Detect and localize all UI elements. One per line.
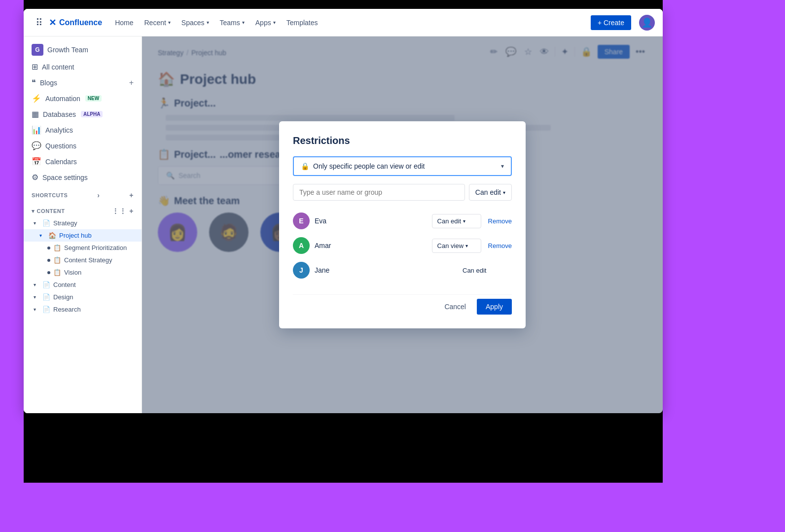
chevron-icon: ▾: [273, 20, 276, 25]
calendars-icon: 📅: [32, 157, 41, 166]
tree-item-vision[interactable]: 📋 Vision: [24, 266, 142, 279]
chevron-down-icon: ▾: [39, 233, 45, 238]
design-tree-icon: 📄: [42, 293, 50, 301]
content-chevron-icon[interactable]: ▾: [32, 208, 35, 214]
restriction-text: Only specific people can view or edit: [313, 162, 425, 170]
tree-item-design[interactable]: ▾ 📄 Design: [24, 291, 142, 303]
nav-home[interactable]: Home: [110, 16, 138, 30]
logo[interactable]: ✕ Confluence: [49, 17, 102, 28]
grid-icon[interactable]: ⠿: [32, 13, 47, 33]
project-hub-icon: 🏠: [48, 232, 56, 239]
sidebar-item-automation[interactable]: ⚡ Automation NEW: [26, 91, 140, 106]
content-label: CONTENT: [37, 208, 65, 214]
cancel-button[interactable]: Cancel: [437, 299, 473, 315]
jane-permission-label: Can edit: [463, 267, 512, 274]
user-name-jane: Jane: [315, 266, 458, 274]
restriction-dropdown[interactable]: 🔒 Only specific people can view or edit …: [293, 156, 512, 176]
chevron-icon: ▾: [242, 20, 245, 25]
chevron-down-icon: ▾: [34, 220, 39, 226]
segment-icon: 📋: [53, 244, 61, 251]
tree-item-project-hub[interactable]: ▾ 🏠 Project hub: [24, 229, 142, 242]
eva-perm-chevron-icon: ▾: [463, 218, 465, 224]
all-content-icon: ⊞: [32, 62, 38, 71]
bullet-icon: [47, 247, 50, 249]
content-strategy-icon: 📋: [53, 256, 61, 264]
chevron-icon: ▾: [34, 282, 39, 287]
user-input[interactable]: [293, 184, 465, 201]
chevron-icon: ▾: [207, 20, 209, 25]
tree-item-research[interactable]: ▾ 📄 Research: [24, 303, 142, 316]
sidebar-item-analytics[interactable]: 📊 Analytics: [26, 122, 140, 138]
user-avatar-jane: J: [293, 262, 310, 279]
user-avatar-amar: A: [293, 237, 310, 254]
content-area: Strategy / Project hub ✏ 💬 ☆ 👁 ✦ 🔒 Share: [142, 36, 663, 413]
tree-item-content-strategy[interactable]: 📋 Content Strategy: [24, 254, 142, 266]
automation-icon: ⚡: [32, 94, 41, 103]
eva-remove-link[interactable]: Remove: [488, 217, 512, 225]
strategy-icon: 📄: [42, 219, 50, 227]
user-input-row: Can edit ▾: [293, 184, 512, 201]
amar-permission-label: Can view: [437, 242, 464, 249]
logo-text: Confluence: [59, 18, 102, 27]
content-add-icon[interactable]: +: [129, 207, 134, 215]
alpha-badge: ALPHA: [81, 111, 103, 117]
nav-apps[interactable]: Apps ▾: [250, 16, 281, 30]
shortcuts-add-icon[interactable]: +: [129, 191, 134, 199]
space-name-label: Growth Team: [47, 46, 88, 54]
user-list: E Eva Can edit ▾ Remove A Amar: [293, 209, 512, 283]
sidebar-item-calendars[interactable]: 📅 Calendars: [26, 154, 140, 169]
permission-chevron-icon: ▾: [503, 190, 505, 195]
default-permission-btn[interactable]: Can edit ▾: [469, 184, 512, 201]
space-icon: G: [32, 44, 43, 56]
content-sort-icon[interactable]: ⋮⋮: [112, 207, 126, 215]
create-button[interactable]: + Create: [591, 15, 631, 30]
user-avatar[interactable]: 👤: [639, 15, 655, 31]
content-tree-icon: 📄: [42, 281, 50, 288]
content-section: ▾ CONTENT ⋮⋮ +: [24, 201, 142, 217]
user-row-eva: E Eva Can edit ▾ Remove: [293, 209, 512, 233]
research-tree-icon: 📄: [42, 306, 50, 313]
sidebar: G Growth Team ⊞ All content ❝ Blogs + ⚡ …: [24, 36, 142, 413]
shortcuts-expand-icon[interactable]: ›: [97, 191, 100, 199]
sidebar-item-all-content[interactable]: ⊞ All content: [26, 59, 140, 74]
analytics-icon: 📊: [32, 125, 41, 135]
sidebar-space-name[interactable]: G Growth Team: [26, 41, 140, 59]
dropdown-chevron-icon: ▾: [501, 163, 504, 170]
modal-actions: Cancel Apply: [293, 294, 512, 315]
vision-icon: 📋: [53, 269, 61, 276]
main-layout: G Growth Team ⊞ All content ❝ Blogs + ⚡ …: [24, 36, 663, 413]
amar-permission-btn[interactable]: Can view ▾: [432, 239, 481, 253]
apply-button[interactable]: Apply: [477, 299, 512, 315]
add-blog-icon[interactable]: +: [129, 78, 134, 87]
sidebar-item-space-settings[interactable]: ⚙ Space settings: [26, 170, 140, 185]
topnav: ⠿ ✕ Confluence Home Recent ▾ Spaces ▾ Te…: [24, 9, 663, 36]
restrictions-modal: Restrictions 🔒 Only specific people can …: [279, 121, 526, 328]
nav-teams[interactable]: Teams ▾: [215, 16, 250, 30]
default-permission-label: Can edit: [475, 188, 501, 196]
amar-perm-chevron-icon: ▾: [465, 243, 468, 248]
user-name-eva: Eva: [315, 217, 427, 225]
sidebar-item-blogs[interactable]: ❝ Blogs +: [26, 75, 140, 90]
nav-spaces[interactable]: Spaces ▾: [177, 16, 214, 30]
nav-templates[interactable]: Templates: [282, 16, 323, 30]
bullet-icon: [47, 259, 50, 262]
eva-permission-label: Can edit: [437, 217, 461, 225]
modal-overlay: Restrictions 🔒 Only specific people can …: [142, 36, 663, 413]
blogs-icon: ❝: [32, 78, 36, 87]
settings-icon: ⚙: [32, 173, 38, 182]
tree-item-content[interactable]: ▾ 📄 Content: [24, 279, 142, 291]
databases-icon: ▦: [32, 109, 39, 119]
user-avatar-eva: E: [293, 213, 310, 229]
amar-remove-link[interactable]: Remove: [488, 242, 512, 249]
sidebar-item-databases[interactable]: ▦ Databases ALPHA: [26, 106, 140, 122]
tree-item-strategy[interactable]: ▾ 📄 Strategy: [24, 217, 142, 229]
tree-item-segment-prioritization[interactable]: 📋 Segment Prioritization: [24, 242, 142, 254]
bullet-icon: [47, 271, 50, 274]
chevron-icon: ▾: [168, 20, 171, 25]
nav-recent[interactable]: Recent ▾: [139, 16, 175, 30]
eva-permission-btn[interactable]: Can edit ▾: [432, 214, 481, 228]
topnav-nav: Home Recent ▾ Spaces ▾ Teams ▾ Apps ▾ Te…: [110, 16, 589, 30]
sidebar-item-questions[interactable]: 💬 Questions: [26, 138, 140, 153]
lock-select-icon: 🔒: [301, 162, 309, 170]
modal-title: Restrictions: [293, 135, 512, 146]
